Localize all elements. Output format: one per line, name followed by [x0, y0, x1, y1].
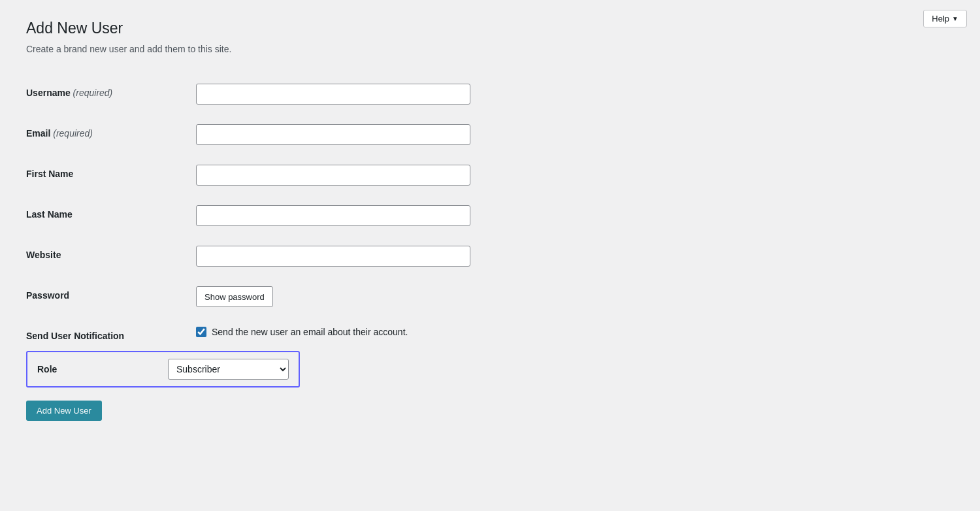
last-name-label: Last Name	[26, 205, 196, 220]
website-label: Website	[26, 246, 196, 260]
role-label: Role	[37, 364, 168, 374]
first-name-control	[196, 165, 516, 186]
role-control: Subscriber Contributor Author Editor Adm…	[168, 359, 289, 380]
notification-control: Send the new user an email about their a…	[196, 327, 516, 337]
help-button[interactable]: Help ▼	[923, 10, 967, 27]
help-label: Help	[932, 14, 949, 24]
website-input[interactable]	[196, 246, 470, 267]
notification-text: Send the new user an email about their a…	[212, 327, 408, 337]
last-name-row: Last Name	[26, 195, 516, 236]
notification-row: Send User Notification Send the new user…	[26, 317, 516, 351]
add-new-user-button[interactable]: Add New User	[26, 401, 102, 421]
help-chevron-icon: ▼	[952, 15, 958, 22]
password-label: Password	[26, 286, 196, 301]
email-label: Email (required)	[26, 124, 196, 139]
role-outer-row: Role Subscriber Contributor Author Edito…	[26, 351, 516, 387]
page-description: Create a brand new user and add them to …	[26, 44, 954, 54]
submit-row: Add New User	[26, 387, 516, 421]
first-name-label: First Name	[26, 165, 196, 179]
last-name-control	[196, 205, 516, 226]
page-title: Add New User	[26, 20, 954, 37]
website-control	[196, 246, 516, 267]
email-row: Email (required)	[26, 114, 516, 155]
username-label: Username (required)	[26, 84, 196, 98]
page-wrapper: Help ▼ Add New User Create a brand new u…	[0, 0, 980, 440]
password-row: Password Show password	[26, 276, 516, 317]
role-row: Role Subscriber Contributor Author Edito…	[26, 351, 300, 387]
notification-checkbox[interactable]	[196, 327, 206, 337]
last-name-input[interactable]	[196, 205, 470, 226]
website-row: Website	[26, 236, 516, 276]
username-row: Username (required)	[26, 74, 516, 114]
role-select[interactable]: Subscriber Contributor Author Editor Adm…	[168, 359, 289, 380]
username-input[interactable]	[196, 84, 470, 105]
email-control	[196, 124, 516, 145]
first-name-input[interactable]	[196, 165, 470, 186]
notification-checkbox-row: Send the new user an email about their a…	[196, 327, 516, 337]
password-control: Show password	[196, 286, 516, 307]
notification-label: Send User Notification	[26, 327, 196, 341]
show-password-button[interactable]: Show password	[196, 286, 273, 307]
email-input[interactable]	[196, 124, 470, 145]
first-name-row: First Name	[26, 155, 516, 195]
add-user-form: Username (required) Email (required) Fir…	[26, 74, 516, 421]
username-control	[196, 84, 516, 105]
